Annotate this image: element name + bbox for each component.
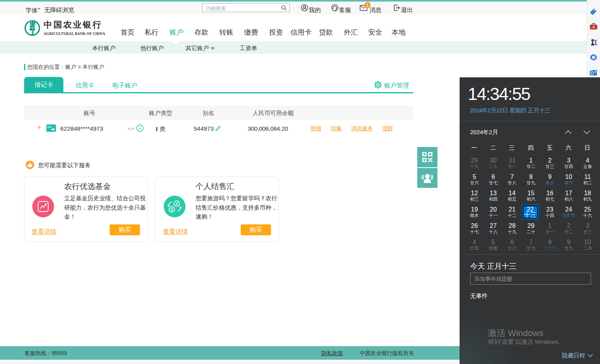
svg-text:¥: ¥ bbox=[175, 201, 178, 206]
svg-text:$: $ bbox=[170, 207, 173, 212]
